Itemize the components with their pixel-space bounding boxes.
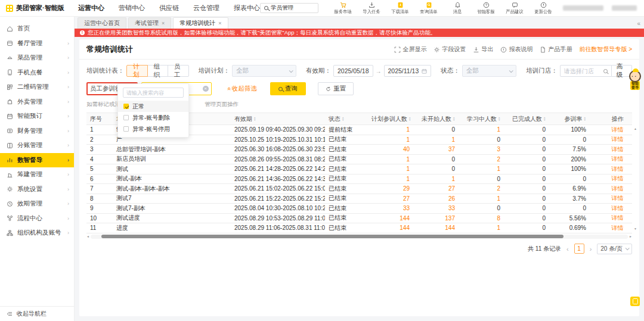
- tab-常规培训统计[interactable]: 常规培训统计×: [173, 17, 228, 29]
- next-page-button[interactable]: ›: [590, 245, 592, 253]
- checkbox-icon[interactable]: [123, 115, 129, 120]
- toolbar-导出[interactable]: 导出: [473, 45, 493, 54]
- scroll-right-icon[interactable]: ►: [629, 235, 632, 238]
- checkbox-icon[interactable]: [123, 126, 129, 132]
- scroll-down-icon[interactable]: ▼: [634, 227, 637, 230]
- quick-action-下载清单[interactable]: 下载清单: [390, 2, 410, 15]
- smart-assistant-widget[interactable]: 智能 督导: [627, 70, 643, 90]
- collapse-filter-button[interactable]: « 收起筛选: [227, 85, 258, 93]
- sort-icon[interactable]: ▲▼: [543, 117, 546, 121]
- tab-options-icon[interactable]: «: [637, 20, 640, 27]
- detail-link[interactable]: 详情: [603, 154, 632, 164]
- scroll-left-icon[interactable]: ◄: [86, 235, 89, 238]
- sort-icon[interactable]: ▲▼: [408, 117, 411, 121]
- top-nav-item-营销中心[interactable]: 营销中心: [119, 4, 145, 13]
- close-icon[interactable]: ×: [162, 20, 165, 26]
- supervision-pro-link[interactable]: 前往数智督导专版 >: [579, 45, 632, 54]
- sidebar-item-餐厅管理[interactable]: 餐厅管理›: [0, 36, 74, 51]
- toolbar-报表说明[interactable]: 报表说明: [500, 45, 532, 54]
- scrollbar-track[interactable]: [91, 235, 628, 239]
- collapse-nav-button[interactable]: 收起导航栏: [0, 306, 74, 321]
- dropdown-search[interactable]: [123, 88, 184, 98]
- sort-icon[interactable]: ▲▼: [498, 117, 500, 121]
- sort-icon[interactable]: ▲▼: [253, 117, 256, 121]
- stat-tab-组织[interactable]: 组织: [147, 65, 169, 77]
- store-input[interactable]: [564, 68, 601, 74]
- sidebar-item-流程中心[interactable]: 流程中心›: [0, 211, 74, 226]
- top-nav-item-运营中心[interactable]: 运营中心: [78, 4, 104, 13]
- close-icon[interactable]: ×: [218, 20, 221, 26]
- detail-link[interactable]: 详情: [603, 223, 632, 233]
- sidebar-item-智能预订[interactable]: 智能预订›: [0, 109, 74, 124]
- sidebar-item-外卖管理[interactable]: 外卖管理›: [0, 95, 74, 110]
- scrollbar-thumb[interactable]: [101, 235, 564, 238]
- dropdown-search-input[interactable]: [126, 90, 180, 96]
- quick-action-查询清单[interactable]: 查询清单: [419, 2, 439, 15]
- tab-考试管理[interactable]: 考试管理×: [128, 17, 171, 29]
- sidebar-item-数智督导[interactable]: 数智督导›: [0, 153, 74, 168]
- period-end-input[interactable]: 2025/11/13: [384, 65, 432, 77]
- sidebar-item-分账管理[interactable]: 分账管理›: [0, 138, 74, 153]
- dropdown-option-异常-账号删除[interactable]: 异常-账号删除: [118, 112, 188, 123]
- dropdown-option-正常[interactable]: 正常: [118, 101, 188, 112]
- column-header-未开始人数[interactable]: 未开始人数▲▼: [418, 113, 463, 125]
- quick-action-导入任务[interactable]: 导入任务: [361, 2, 382, 15]
- toolbar-字段设置[interactable]: 字段设置: [434, 45, 466, 54]
- toolbar-产品手册[interactable]: 产品手册: [540, 45, 572, 54]
- current-page-button[interactable]: 1: [574, 244, 584, 254]
- sidebar-item-手机点餐[interactable]: 手机点餐›: [0, 66, 74, 80]
- global-search[interactable]: [260, 3, 318, 13]
- stat-tab-员工[interactable]: 员工: [168, 65, 189, 77]
- quick-action-消息[interactable]: 消息: [447, 2, 467, 15]
- sidebar-item-首页[interactable]: 首页: [0, 21, 74, 36]
- column-header-已完成人数[interactable]: 已完成人数▲▼: [509, 113, 554, 125]
- quick-action-产品建议[interactable]: 产品建议: [504, 2, 525, 15]
- detail-link[interactable]: 详情: [603, 164, 632, 174]
- quick-action-更新公告[interactable]: 更新公告: [533, 2, 553, 15]
- detail-link[interactable]: 详情: [603, 213, 632, 223]
- reset-button[interactable]: 重置: [318, 82, 354, 95]
- column-header-计划参训人数[interactable]: 计划参训人数▲▼: [368, 113, 418, 125]
- detail-link[interactable]: 详情: [603, 184, 632, 194]
- sidebar-item-系统设置[interactable]: 系统设置›: [0, 182, 74, 197]
- store-search-input[interactable]: [560, 65, 612, 77]
- feedback-chat-button[interactable]: [630, 297, 640, 306]
- status-select[interactable]: 全部: [462, 65, 516, 77]
- toolbar-全屏显示[interactable]: 全屏显示: [394, 45, 426, 54]
- column-header-状态[interactable]: 状态▲▼: [325, 113, 368, 125]
- sort-icon[interactable]: ▲▼: [342, 117, 344, 121]
- column-header-有效期[interactable]: 有效期▲▼: [231, 113, 325, 125]
- top-nav-item-报表中心[interactable]: 报表中心: [234, 4, 260, 13]
- detail-link[interactable]: 详情: [603, 174, 632, 184]
- top-nav-item-云仓管理[interactable]: 云仓管理: [193, 4, 219, 13]
- sidebar-item-菜品管理[interactable]: 菜品管理›: [0, 51, 74, 66]
- detail-link[interactable]: 详情: [603, 145, 632, 155]
- prev-page-button[interactable]: ‹: [566, 245, 569, 253]
- sidebar-item-组织机构及账号[interactable]: 组织机构及账号›: [0, 226, 74, 241]
- sidebar-item-二维码管理[interactable]: 二维码管理›: [0, 80, 74, 95]
- stat-tab-计划[interactable]: 计划: [126, 65, 148, 77]
- dropdown-option-异常-账号停用[interactable]: 异常-账号停用: [118, 123, 188, 135]
- quick-action-智能客服[interactable]: 智能客服: [476, 2, 496, 15]
- clear-input-icon[interactable]: ×: [203, 86, 209, 92]
- detail-link[interactable]: 详情: [603, 194, 632, 204]
- sidebar-item-效期管理[interactable]: 效期管理›: [0, 197, 74, 211]
- search-button[interactable]: 查询: [270, 82, 306, 95]
- plan-select[interactable]: 全部: [232, 65, 296, 77]
- column-header-学习中人数[interactable]: 学习中人数▲▼: [463, 113, 509, 125]
- checkbox-checked-icon[interactable]: [123, 104, 129, 109]
- sort-icon[interactable]: ▲▼: [584, 117, 586, 121]
- top-nav-item-供应链[interactable]: 供应链: [159, 4, 179, 13]
- detail-link[interactable]: 详情: [603, 135, 632, 145]
- sidebar-item-财务管理[interactable]: 财务管理›: [0, 124, 74, 139]
- detail-link[interactable]: 详情: [603, 204, 632, 214]
- quick-action-服务市场[interactable]: 服务市场: [333, 2, 353, 15]
- period-start-input[interactable]: 2025/05/18: [333, 65, 373, 77]
- detail-link[interactable]: 详情: [603, 125, 632, 135]
- column-header-参训率[interactable]: 参训率▲▼: [554, 113, 595, 125]
- page-size-select[interactable]: 20 条/页: [597, 244, 632, 254]
- sidebar-item-筹建管理[interactable]: 筹建管理›: [0, 167, 74, 182]
- tab-运营中心首页[interactable]: 运营中心首页: [78, 17, 126, 29]
- scroll-up-icon[interactable]: ▲: [634, 127, 637, 130]
- global-search-input[interactable]: [271, 5, 314, 11]
